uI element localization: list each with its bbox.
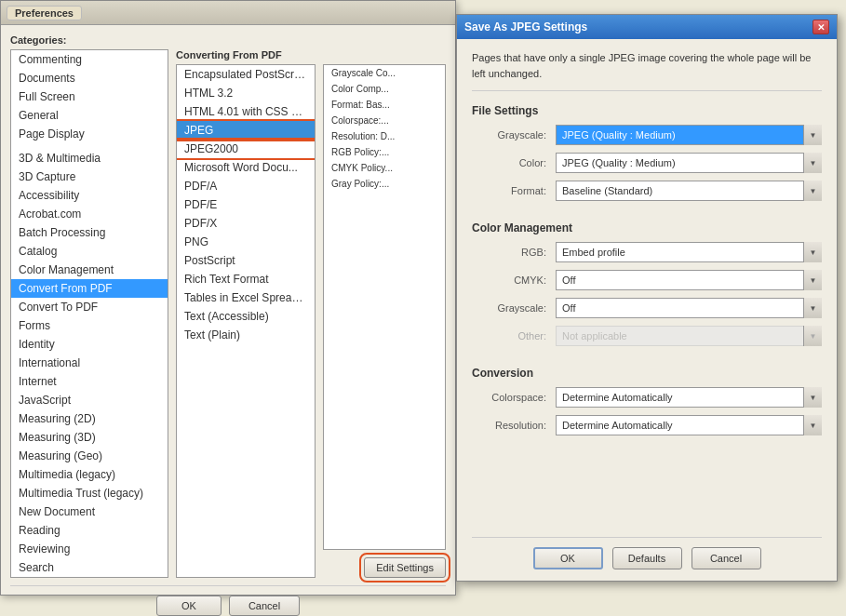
- category-newdoc[interactable]: New Document: [11, 502, 168, 521]
- right-gray[interactable]: Gray Policy:...: [324, 176, 445, 192]
- color-select[interactable]: JPEG (Quality : Medium): [556, 153, 822, 173]
- right-format[interactable]: Format: Bas...: [324, 97, 445, 113]
- right-panel-label: [323, 49, 446, 60]
- cmyk-select-wrapper: Off ▼: [556, 270, 822, 290]
- format-label: Format:: [472, 185, 556, 196]
- preferences-bottom-buttons: OK Cancel: [10, 585, 446, 616]
- right-grayscale[interactable]: Grayscale Co...: [324, 65, 445, 81]
- right-rgb[interactable]: RGB Policy:...: [324, 144, 445, 160]
- dialog-title-bar: Save As JPEG Settings ✕: [457, 15, 837, 39]
- preferences-cancel-button[interactable]: Cancel: [229, 596, 300, 616]
- conv-jpeg[interactable]: JPEG: [177, 121, 315, 140]
- conversion-section: Conversion Colorspace: Determine Automat…: [472, 367, 822, 443]
- other-label: Other:: [472, 330, 556, 341]
- category-internet[interactable]: Internet: [11, 372, 168, 391]
- category-identity[interactable]: Identity: [11, 335, 168, 354]
- conv-pdfx[interactable]: PDF/X: [177, 214, 315, 233]
- right-panel: Grayscale Co... Color Comp... Format: Ba…: [323, 49, 446, 578]
- categories-list[interactable]: Commenting Documents Full Screen General…: [10, 49, 168, 578]
- preferences-title-bar: Preferences: [1, 1, 455, 25]
- grayscale2-row: Grayscale: Off ▼: [472, 298, 822, 318]
- right-resolution[interactable]: Resolution: D...: [324, 128, 445, 144]
- category-measuring3d[interactable]: Measuring (3D): [11, 428, 168, 447]
- conv-pdfa[interactable]: PDF/A: [177, 177, 315, 195]
- rgb-select[interactable]: Embed profile: [556, 242, 822, 262]
- cmyk-label: CMYK:: [472, 275, 556, 286]
- category-multimediatrust[interactable]: Multimedia Trust (legacy): [11, 484, 168, 502]
- cmyk-select[interactable]: Off: [556, 270, 822, 290]
- right-list[interactable]: Grayscale Co... Color Comp... Format: Ba…: [323, 64, 446, 550]
- category-fullscreen[interactable]: Full Screen: [11, 87, 168, 106]
- category-general[interactable]: General: [11, 106, 168, 125]
- dialog-close-button[interactable]: ✕: [812, 20, 829, 34]
- category-javascript[interactable]: JavaScript: [11, 391, 168, 409]
- category-convertto[interactable]: Convert To PDF: [11, 298, 168, 316]
- category-forms[interactable]: Forms: [11, 316, 168, 335]
- dialog-bottom-buttons: OK Defaults Cancel: [472, 537, 822, 569]
- category-color[interactable]: Color Management: [11, 261, 168, 279]
- converting-panel: Converting From PDF Encapsulated PostScr…: [176, 49, 316, 578]
- category-batch[interactable]: Batch Processing: [11, 223, 168, 242]
- close-icon: ✕: [817, 22, 825, 33]
- conv-html32[interactable]: HTML 3.2: [177, 84, 315, 102]
- rgb-row: RGB: Embed profile ▼: [472, 242, 822, 262]
- conv-encapsulated[interactable]: Encapsulated PostScrip...: [177, 65, 315, 84]
- preferences-ok-button[interactable]: OK: [156, 596, 222, 616]
- color-label: Color:: [472, 157, 556, 168]
- category-reviewing[interactable]: Reviewing: [11, 540, 168, 558]
- conversion-label: Conversion: [472, 367, 822, 380]
- category-pagedisplay[interactable]: Page Display: [11, 125, 168, 143]
- color-select-wrapper: JPEG (Quality : Medium) ▼: [556, 153, 822, 173]
- dialog-ok-button[interactable]: OK: [533, 547, 603, 569]
- category-commenting[interactable]: Commenting: [11, 50, 168, 69]
- dialog-cancel-button[interactable]: Cancel: [692, 547, 761, 569]
- conv-textplain[interactable]: Text (Plain): [177, 326, 315, 344]
- right-cmyk[interactable]: CMYK Policy...: [324, 160, 445, 176]
- file-settings-label: File Settings: [472, 104, 822, 117]
- category-accessibility[interactable]: Accessibility: [11, 186, 168, 205]
- categories-label: Categories:: [10, 34, 446, 46]
- dialog-defaults-button[interactable]: Defaults: [612, 547, 682, 569]
- category-convertfrom[interactable]: Convert From PDF: [11, 279, 168, 298]
- conv-jpeg2000[interactable]: JPEG2000: [177, 140, 315, 158]
- colorspace-select-wrapper: Determine Automatically ▼: [556, 387, 822, 408]
- category-documents[interactable]: Documents: [11, 69, 168, 87]
- category-multimedia[interactable]: Multimedia (legacy): [11, 465, 168, 484]
- dialog-body: Pages that have only a single JPEG image…: [457, 39, 837, 581]
- category-reading[interactable]: Reading: [11, 521, 168, 540]
- other-select: Not applicable: [556, 326, 822, 346]
- format-select[interactable]: Baseline (Standard): [556, 181, 822, 201]
- resolution-row: Resolution: Determine Automatically ▼: [472, 415, 822, 435]
- conv-word[interactable]: Microsoft Word Docu...: [177, 158, 315, 177]
- edit-settings-button[interactable]: Edit Settings: [364, 557, 446, 578]
- conv-rtf[interactable]: Rich Text Format: [177, 270, 315, 288]
- conv-png[interactable]: PNG: [177, 233, 315, 251]
- grayscale2-select-wrapper: Off ▼: [556, 298, 822, 318]
- category-catalog[interactable]: Catalog: [11, 242, 168, 261]
- conv-pdfe[interactable]: PDF/E: [177, 195, 315, 214]
- conv-postscript[interactable]: PostScript: [177, 251, 315, 270]
- grayscale2-select[interactable]: Off: [556, 298, 822, 318]
- category-measuringgeo[interactable]: Measuring (Geo): [11, 447, 168, 465]
- grayscale2-label: Grayscale:: [472, 302, 556, 314]
- grayscale-row: Grayscale: JPEG (Quality : Medium) ▼: [472, 125, 822, 145]
- file-settings-section: File Settings Grayscale: JPEG (Quality :…: [472, 104, 822, 208]
- dialog-title: Save As JPEG Settings: [464, 20, 587, 33]
- grayscale-select[interactable]: JPEG (Quality : Medium): [556, 125, 822, 145]
- category-search[interactable]: Search: [11, 558, 168, 577]
- category-3dcapture[interactable]: 3D Capture: [11, 167, 168, 186]
- category-international[interactable]: International: [11, 354, 168, 372]
- conv-textacc[interactable]: Text (Accessible): [177, 307, 315, 326]
- resolution-select[interactable]: Determine Automatically: [556, 415, 822, 435]
- colorspace-select[interactable]: Determine Automatically: [556, 387, 822, 408]
- color-row: Color: JPEG (Quality : Medium) ▼: [472, 153, 822, 173]
- right-colorspace[interactable]: Colorspace:...: [324, 113, 445, 128]
- conv-html401[interactable]: HTML 4.01 with CSS 1.0...: [177, 102, 315, 121]
- category-acrobatcom[interactable]: Acrobat.com: [11, 205, 168, 223]
- category-measuring2d[interactable]: Measuring (2D): [11, 409, 168, 428]
- conv-excel[interactable]: Tables in Excel Spreads...: [177, 288, 315, 307]
- converting-list[interactable]: Encapsulated PostScrip... HTML 3.2 HTML …: [176, 64, 316, 578]
- category-3dmultimedia[interactable]: 3D & Multimedia: [11, 149, 168, 167]
- grayscale-label: Grayscale:: [472, 129, 556, 141]
- right-color[interactable]: Color Comp...: [324, 81, 445, 97]
